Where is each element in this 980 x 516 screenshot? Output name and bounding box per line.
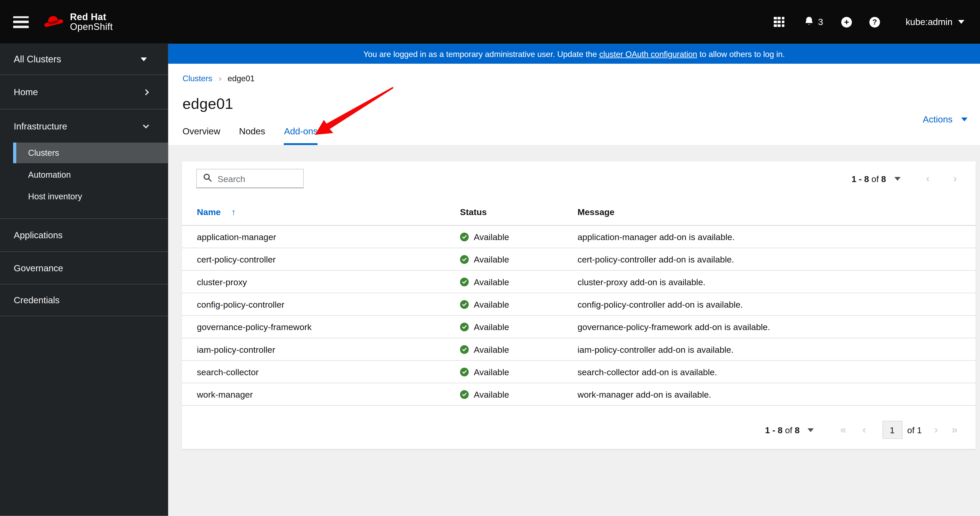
addon-name: work-manager xyxy=(182,383,460,405)
status-badge: Available xyxy=(460,232,578,242)
total-pages-label: of 1 xyxy=(907,425,922,435)
current-page-input[interactable]: 1 xyxy=(882,421,902,439)
pagination-range: 1 - 8 of 8 xyxy=(765,425,800,435)
column-header-name[interactable]: Name↑ xyxy=(182,201,460,225)
previous-page-chevron-icon[interactable]: ‹ xyxy=(862,424,866,435)
next-page-chevron-icon[interactable]: › xyxy=(953,173,957,184)
first-page-chevrons-icon[interactable]: « xyxy=(840,424,846,435)
status-badge: Available xyxy=(460,299,578,309)
tab-nodes[interactable]: Nodes xyxy=(239,126,265,145)
brand-text: Red Hat OpenShift xyxy=(70,11,113,32)
check-circle-icon xyxy=(460,345,469,354)
temporary-admin-banner: You are logged in as a temporary adminis… xyxy=(168,44,980,64)
check-circle-icon xyxy=(460,300,469,309)
masthead: Red Hat OpenShift 3 + xyxy=(0,0,980,44)
oauth-configuration-link[interactable]: cluster OAuth configuration xyxy=(599,49,697,58)
status-badge: Available xyxy=(460,344,578,354)
search-icon xyxy=(203,173,212,184)
table-row: search-collector Available search-collec… xyxy=(182,360,975,383)
breadcrumb-current: edge01 xyxy=(228,74,255,83)
masthead-left: Red Hat OpenShift xyxy=(0,11,113,32)
table-row: work-manager Available work-manager add-… xyxy=(182,383,975,405)
notifications-button[interactable]: 3 xyxy=(804,15,823,29)
table-header-row: Name↑ Status Message xyxy=(182,201,975,225)
sidebar-item-host-inventory[interactable]: Host inventory xyxy=(0,186,168,207)
addon-message: cert-policy-controller add-on is availab… xyxy=(578,248,975,270)
column-header-message: Message xyxy=(578,201,975,225)
addon-name: search-collector xyxy=(182,360,460,383)
sidebar-item-home[interactable]: Home xyxy=(0,75,168,109)
check-circle-icon xyxy=(460,368,469,376)
tab-overview[interactable]: Overview xyxy=(183,126,220,145)
sidebar-item-automation[interactable]: Automation xyxy=(0,164,168,185)
status-badge: Available xyxy=(460,277,578,287)
main-area: You are logged in as a temporary adminis… xyxy=(168,44,980,516)
help-question-icon[interactable]: ? xyxy=(869,16,880,27)
sidebar-item-label: Applications xyxy=(14,230,63,240)
table-row: cert-policy-controller Available cert-po… xyxy=(182,248,975,270)
app-launcher-grid-icon[interactable] xyxy=(774,17,784,27)
addon-message: search-collector add-on is available. xyxy=(578,360,975,383)
addon-name: iam-policy-controller xyxy=(182,338,460,360)
search-input[interactable] xyxy=(218,174,296,183)
status-badge: Available xyxy=(460,389,578,399)
sidebar-item-label: Host inventory xyxy=(28,192,82,201)
pagination-range: 1 - 8 of 8 xyxy=(851,174,886,183)
addon-message: cluster-proxy add-on is available. xyxy=(578,271,975,293)
content-area: 1 - 8 of 8 ‹ › Name↑ Status Message xyxy=(168,145,980,516)
sidebar-item-label: Clusters xyxy=(28,148,59,158)
cluster-selector-dropdown[interactable]: All Clusters xyxy=(0,44,168,75)
bell-icon xyxy=(804,15,814,29)
actions-label: Actions xyxy=(923,115,953,124)
chevron-down-icon xyxy=(143,122,149,128)
caret-down-icon xyxy=(141,57,147,61)
pagination-menu-caret-icon[interactable] xyxy=(894,177,900,180)
sidebar-item-credentials[interactable]: Credentials xyxy=(0,284,168,316)
quick-create-plus-icon[interactable]: + xyxy=(841,16,852,27)
addon-message: application-manager add-on is available. xyxy=(578,225,975,248)
user-menu-dropdown[interactable]: kube:admin xyxy=(906,17,964,27)
notification-count-badge: 3 xyxy=(818,17,823,27)
cluster-selector-label: All Clusters xyxy=(14,54,61,64)
addon-message: config-policy-controller add-on is avail… xyxy=(578,293,975,315)
sidebar-item-applications[interactable]: Applications xyxy=(0,219,168,252)
user-menu-label: kube:admin xyxy=(906,17,953,27)
sidebar-item-governance[interactable]: Governance xyxy=(0,252,168,284)
check-circle-icon xyxy=(460,277,469,286)
sidebar-item-infrastructure[interactable]: Infrastructure xyxy=(0,109,168,143)
sort-ascending-icon[interactable]: ↑ xyxy=(231,207,235,217)
nav-toggle-hamburger-icon[interactable] xyxy=(13,16,29,28)
column-header-status: Status xyxy=(460,201,578,225)
sidebar-item-label: Credentials xyxy=(14,295,60,305)
add-ons-table: Name↑ Status Message application-manager… xyxy=(182,201,975,406)
check-circle-icon xyxy=(460,390,469,399)
caret-down-icon xyxy=(958,20,964,24)
pagination-menu-caret-icon[interactable] xyxy=(808,428,814,432)
chevron-right-icon xyxy=(143,89,149,95)
sidebar-nav: All Clusters Home Infrastructure Cluster… xyxy=(0,44,168,516)
last-page-chevrons-icon[interactable]: » xyxy=(951,424,958,435)
page-title: edge01 xyxy=(183,95,980,113)
status-badge: Available xyxy=(460,322,578,332)
sidebar-item-clusters[interactable]: Clusters xyxy=(13,143,168,163)
breadcrumb-clusters-link[interactable]: Clusters xyxy=(183,74,212,83)
addon-message: work-manager add-on is available. xyxy=(578,383,975,405)
addon-message: governance-policy-framework add-on is av… xyxy=(578,315,975,338)
page-header: Clusters > edge01 edge01 Actions Overvie… xyxy=(168,64,980,145)
brand-logo: Red Hat OpenShift xyxy=(42,11,113,32)
next-page-chevron-icon[interactable]: › xyxy=(934,424,938,435)
breadcrumb: Clusters > edge01 xyxy=(183,74,980,83)
table-row: governance-policy-framework Available go… xyxy=(182,315,975,338)
banner-text: You are logged in as a temporary adminis… xyxy=(363,49,784,58)
brand-line1: Red Hat xyxy=(70,11,113,22)
check-circle-icon xyxy=(460,233,469,241)
previous-page-chevron-icon[interactable]: ‹ xyxy=(926,173,930,184)
breadcrumb-separator-icon: > xyxy=(219,75,221,82)
tab-add-ons[interactable]: Add-ons xyxy=(284,126,318,145)
pagination-bottom: 1 - 8 of 8 « ‹ 1 of 1 › » xyxy=(765,421,958,439)
addon-name: governance-policy-framework xyxy=(182,315,460,338)
addon-name: cluster-proxy xyxy=(182,271,460,293)
sidebar-item-label: Home xyxy=(14,87,38,97)
actions-dropdown[interactable]: Actions xyxy=(923,115,967,124)
table-row: iam-policy-controller Available iam-poli… xyxy=(182,338,975,360)
